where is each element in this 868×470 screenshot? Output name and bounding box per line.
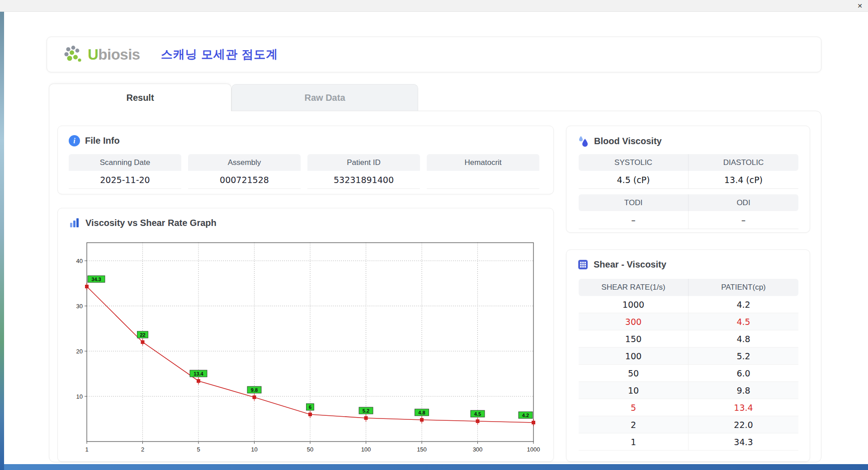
sv-cell-shear-rate: 100 <box>579 348 689 365</box>
sv-cell-shear-rate: 150 <box>579 330 689 348</box>
sv-cell-patient: 9.8 <box>689 382 798 399</box>
sv-cell-shear-rate: 10 <box>579 382 689 399</box>
sv-cell-patient: 34.3 <box>689 433 798 451</box>
svg-text:1000: 1000 <box>527 446 540 453</box>
file-info-field: Patient ID53231891400 <box>307 154 420 189</box>
shear-viscosity-row: 10004.2 <box>579 296 798 313</box>
window-titlebar: ✕ <box>0 0 868 12</box>
tab-raw-data[interactable]: Raw Data <box>231 84 418 111</box>
svg-text:4.8: 4.8 <box>418 410 425 415</box>
sv-cell-patient: 13.4 <box>689 399 798 416</box>
sv-cell-patient: 6.0 <box>689 365 798 382</box>
sv-cell-patient: 4.8 <box>689 330 798 348</box>
bv-value-row-2: – – <box>579 211 798 229</box>
graph-card: Viscosity vs Shear Rate Graph 1020304012… <box>57 208 554 462</box>
bv-header-systolic: SYSTOLIC <box>579 154 689 171</box>
shear-viscosity-row: 134.3 <box>579 433 798 451</box>
bv-value-odi: – <box>689 211 798 229</box>
file-info-field: Hematocrit <box>427 154 539 189</box>
svg-text:300: 300 <box>473 446 483 453</box>
svg-text:30: 30 <box>76 303 83 310</box>
svg-text:10: 10 <box>251 446 257 453</box>
svg-text:40: 40 <box>76 258 83 264</box>
shear-viscosity-row: 3004.5 <box>579 313 798 330</box>
svg-text:100: 100 <box>361 446 371 453</box>
file-info-field: Scanning Date2025-11-20 <box>69 154 181 189</box>
file-info-title: File Info <box>85 136 120 146</box>
svg-text:4.2: 4.2 <box>522 413 529 418</box>
bv-header-odi: ODI <box>689 194 798 211</box>
file-info-fields: Scanning Date2025-11-20Assembly000721528… <box>69 154 539 189</box>
desktop-background-bottom <box>4 464 868 470</box>
sv-cell-shear-rate: 300 <box>579 313 689 330</box>
field-value: 2025-11-20 <box>69 171 181 189</box>
shear-viscosity-card: Shear - Viscosity SHEAR RATE(1/s) PATIEN… <box>566 249 810 462</box>
sv-cell-patient: 4.5 <box>689 313 798 330</box>
bv-header-diastolic: DIASTOLIC <box>689 154 798 171</box>
sv-header-shear-rate: SHEAR RATE(1/s) <box>579 279 689 296</box>
shear-viscosity-row: 1005.2 <box>579 348 798 365</box>
bv-value-systolic: 4.5 (cP) <box>579 171 689 189</box>
shear-viscosity-row: 109.8 <box>579 382 798 399</box>
tab-result[interactable]: Result <box>49 84 231 111</box>
info-icon: i <box>69 135 80 146</box>
svg-text:2: 2 <box>141 446 144 453</box>
svg-text:13.4: 13.4 <box>193 371 203 376</box>
bv-header-row-2: TODI ODI <box>579 194 798 211</box>
ubiosis-logo: Ubiosis <box>63 45 140 64</box>
sv-cell-shear-rate: 50 <box>579 365 689 382</box>
svg-text:1: 1 <box>85 446 88 453</box>
bar-chart-icon <box>69 217 80 228</box>
svg-text:22: 22 <box>140 332 145 338</box>
sv-header-patient: PATIENT(cp) <box>689 279 798 296</box>
svg-text:34.3: 34.3 <box>91 277 101 282</box>
shear-viscosity-row: 506.0 <box>579 365 798 382</box>
field-label: Assembly <box>188 154 301 171</box>
field-label: Scanning Date <box>69 154 181 171</box>
field-value <box>427 171 539 189</box>
shear-viscosity-row: 513.4 <box>579 399 798 416</box>
blood-viscosity-title: Blood Viscosity <box>594 136 662 146</box>
shear-viscosity-row: 222.0 <box>579 416 798 433</box>
shear-viscosity-row: 1504.8 <box>579 330 798 348</box>
sv-cell-shear-rate: 5 <box>579 399 689 416</box>
desktop-background-left <box>0 12 4 470</box>
sv-cell-patient: 4.2 <box>689 296 798 313</box>
sv-cell-shear-rate: 1000 <box>579 296 689 313</box>
svg-text:10: 10 <box>76 393 83 400</box>
svg-text:5.2: 5.2 <box>363 408 369 414</box>
file-info-card: i File Info Scanning Date2025-11-20Assem… <box>57 126 554 194</box>
sv-cell-patient: 5.2 <box>689 348 798 365</box>
sv-cell-shear-rate: 1 <box>579 433 689 451</box>
viscosity-shear-rate-chart: 102030401251050100150300100034.32213.49.… <box>69 236 542 461</box>
svg-text:6: 6 <box>309 404 311 410</box>
bv-value-todi: – <box>579 211 689 229</box>
shear-viscosity-table: SHEAR RATE(1/s) PATIENT(cp) 10004.23004.… <box>579 279 798 451</box>
svg-text:4.5: 4.5 <box>474 411 481 417</box>
sv-header-row: SHEAR RATE(1/s) PATIENT(cp) <box>579 279 798 296</box>
field-label: Hematocrit <box>427 154 539 171</box>
bv-header-todi: TODI <box>579 194 689 211</box>
shear-viscosity-title: Shear - Viscosity <box>594 259 666 270</box>
svg-text:9.8: 9.8 <box>251 387 258 393</box>
logo-dots-icon <box>63 45 84 64</box>
logo-text: Ubiosis <box>88 46 140 63</box>
svg-text:50: 50 <box>307 446 313 453</box>
field-label: Patient ID <box>307 154 420 171</box>
field-value: 53231891400 <box>307 171 420 189</box>
file-info-field: Assembly000721528 <box>188 154 301 189</box>
bv-value-diastolic: 13.4 (cP) <box>689 171 798 189</box>
app-title: 스캐닝 모세관 점도계 <box>161 47 278 62</box>
droplets-icon <box>577 135 589 147</box>
blood-viscosity-table: SYSTOLIC DIASTOLIC 4.5 (cP) 13.4 (cP) TO… <box>579 154 798 229</box>
app-header: Ubiosis 스캐닝 모세관 점도계 <box>47 37 821 72</box>
svg-text:150: 150 <box>417 446 427 453</box>
window-close-button[interactable]: ✕ <box>857 2 863 10</box>
svg-text:5: 5 <box>197 446 200 453</box>
main-panel: i File Info Scanning Date2025-11-20Assem… <box>49 111 821 462</box>
graph-title: Viscosity vs Shear Rate Graph <box>85 218 217 228</box>
blood-viscosity-card: Blood Viscosity SYSTOLIC DIASTOLIC 4.5 (… <box>566 126 810 233</box>
sv-cell-shear-rate: 2 <box>579 416 689 433</box>
svg-text:20: 20 <box>76 348 83 355</box>
calculator-icon <box>577 259 589 270</box>
